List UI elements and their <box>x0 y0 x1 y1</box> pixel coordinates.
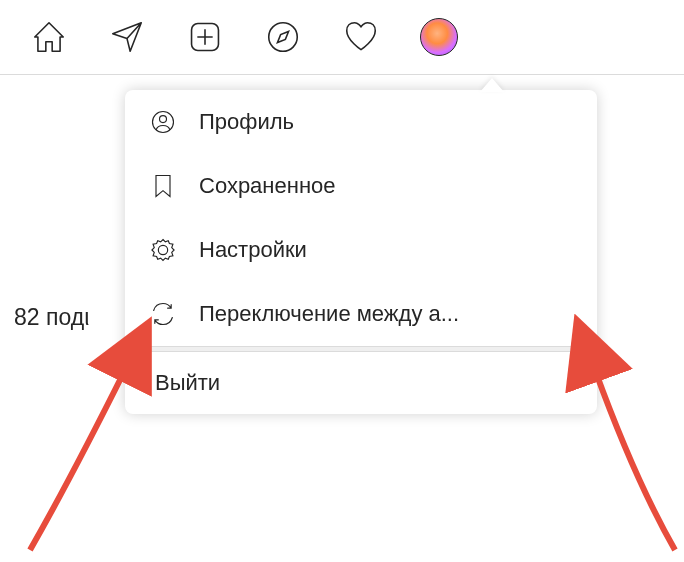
top-nav <box>0 0 684 75</box>
profile-dropdown: Профиль Сохраненное Настройки Переключен… <box>125 90 597 414</box>
svg-point-3 <box>160 116 167 123</box>
annotation-arrow-right <box>580 350 684 562</box>
new-post-icon[interactable] <box>186 18 224 56</box>
menu-settings-label: Настройки <box>199 237 307 263</box>
switch-icon <box>149 300 177 328</box>
menu-profile[interactable]: Профиль <box>125 90 597 154</box>
menu-profile-label: Профиль <box>199 109 294 135</box>
svg-point-1 <box>269 23 298 52</box>
menu-settings[interactable]: Настройки <box>125 218 597 282</box>
settings-icon <box>149 236 177 264</box>
activity-icon[interactable] <box>342 18 380 56</box>
annotation-arrow-left <box>10 350 150 562</box>
menu-switch-accounts[interactable]: Переключение между а... <box>125 282 597 346</box>
menu-saved-label: Сохраненное <box>199 173 336 199</box>
background-stats: 82 подι <box>14 304 89 331</box>
svg-point-4 <box>158 245 167 254</box>
profile-icon <box>149 108 177 136</box>
profile-avatar[interactable] <box>420 18 458 56</box>
direct-icon[interactable] <box>108 18 146 56</box>
home-icon[interactable] <box>30 18 68 56</box>
menu-logout-label: Выйти <box>155 370 220 396</box>
menu-logout[interactable]: Выйти <box>125 352 597 414</box>
dropdown-arrow <box>480 78 504 92</box>
menu-switch-label: Переключение между а... <box>199 301 459 327</box>
menu-saved[interactable]: Сохраненное <box>125 154 597 218</box>
explore-icon[interactable] <box>264 18 302 56</box>
saved-icon <box>149 172 177 200</box>
